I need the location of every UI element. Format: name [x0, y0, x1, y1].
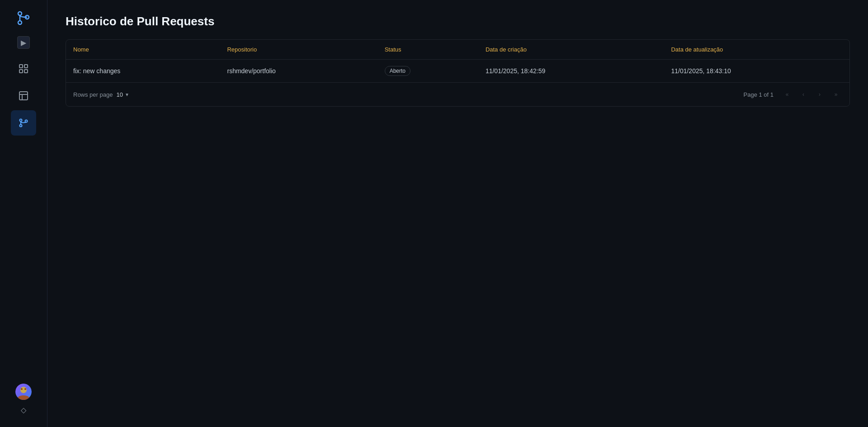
sidebar-toggle-button[interactable]: ▶	[17, 36, 30, 49]
status-badge: Aberto	[385, 66, 410, 76]
svg-point-17	[24, 388, 26, 390]
last-page-button[interactable]: »	[830, 88, 842, 101]
svg-point-12	[20, 125, 22, 127]
rows-per-page-control: Rows per page 10 ▼	[73, 91, 129, 98]
sidebar-bottom: ◇	[15, 384, 32, 420]
avatar[interactable]	[15, 384, 32, 400]
svg-rect-4	[19, 65, 23, 68]
rows-per-page-value: 10	[116, 91, 123, 98]
col-data-criacao: Data de criação	[478, 40, 664, 60]
pagination-bar: Rows per page 10 ▼ Page 1 of 1 « ‹ › »	[66, 82, 849, 106]
cell-data-atualizacao: 11/01/2025, 18:43:10	[664, 60, 849, 83]
pull-requests-table-container: Nome Repositorio Status Data de criação …	[66, 39, 850, 107]
svg-point-1	[18, 21, 22, 24]
table-header: Nome Repositorio Status Data de criação …	[66, 40, 849, 60]
col-status: Status	[377, 40, 478, 60]
page-title: Historico de Pull Requests	[66, 14, 850, 28]
svg-rect-8	[19, 92, 28, 100]
cell-repositorio: rshmdev/portfolio	[220, 60, 377, 83]
svg-rect-5	[24, 65, 28, 68]
next-page-button[interactable]: ›	[813, 88, 826, 101]
svg-point-15	[20, 387, 27, 393]
table-body: fix: new changes rshmdev/portfolio Abert…	[66, 60, 849, 83]
chevron-down-icon: ▼	[125, 92, 129, 97]
rows-per-page-label: Rows per page	[73, 91, 113, 98]
col-nome: Nome	[66, 40, 220, 60]
cell-data-criacao: 11/01/2025, 18:42:59	[478, 60, 664, 83]
sidebar-nav	[0, 56, 47, 136]
sidebar-item-dashboard[interactable]	[11, 56, 36, 81]
rows-per-page-select[interactable]: 10 ▼	[116, 91, 129, 98]
pagination-controls: Page 1 of 1 « ‹ › »	[744, 88, 843, 101]
cell-nome: fix: new changes	[66, 60, 220, 83]
pull-requests-table: Nome Repositorio Status Data de criação …	[66, 40, 849, 82]
col-data-atualizacao: Data de atualização	[664, 40, 849, 60]
sidebar-item-pull-requests[interactable]	[11, 110, 36, 136]
svg-rect-6	[19, 70, 23, 73]
sidebar-logo	[13, 7, 34, 29]
table-row: fix: new changes rshmdev/portfolio Abert…	[66, 60, 849, 83]
svg-point-16	[21, 388, 23, 390]
sidebar: ▶	[0, 0, 47, 427]
page-info: Page 1 of 1	[744, 91, 774, 98]
sidebar-item-repositories[interactable]	[11, 83, 36, 108]
svg-point-11	[20, 119, 22, 122]
first-page-button[interactable]: «	[781, 88, 793, 101]
cell-status: Aberto	[377, 60, 478, 83]
main-content: Historico de Pull Requests Nome Reposito…	[47, 0, 868, 427]
settings-button[interactable]: ◇	[17, 404, 30, 416]
col-repositorio: Repositorio	[220, 40, 377, 60]
svg-point-13	[25, 120, 28, 122]
prev-page-button[interactable]: ‹	[797, 88, 810, 101]
svg-point-0	[18, 12, 22, 15]
svg-rect-7	[24, 70, 28, 73]
